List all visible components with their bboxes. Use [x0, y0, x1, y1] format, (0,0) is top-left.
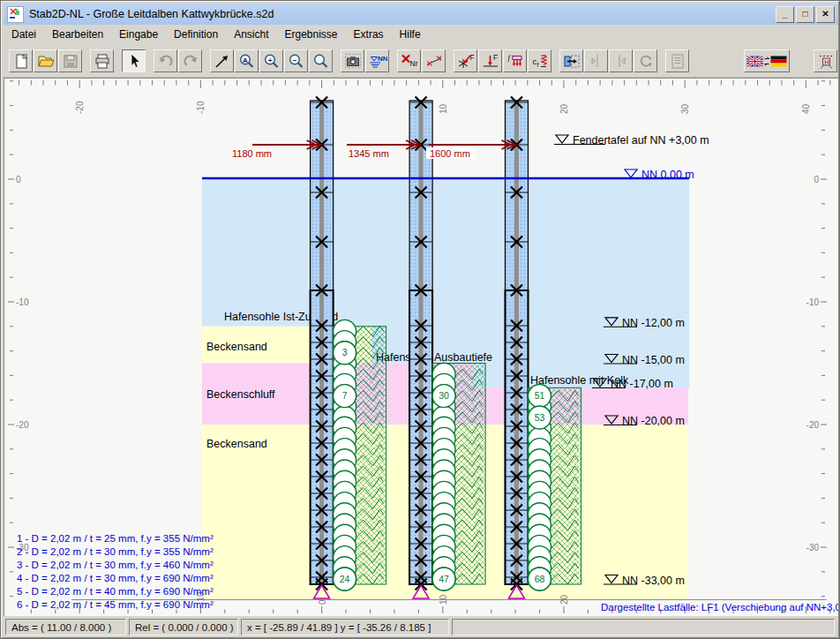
menu-datei[interactable]: Datei: [4, 26, 44, 42]
window-controls: _ □ ✕: [776, 6, 835, 23]
legend-line: 6 - D = 2,02 m / t = 45 mm, f.y = 690 N/…: [17, 599, 214, 610]
zoom-in-icon: +: [262, 52, 281, 70]
zoom-window-icon: [311, 52, 331, 70]
level-text: NN -15,00 m: [622, 354, 685, 366]
svg-text:-10: -10: [196, 101, 206, 114]
properties-icon: [668, 52, 687, 70]
level-text: NN -12,00 m: [622, 317, 685, 329]
undo-button: [154, 49, 177, 72]
language-button[interactable]: [744, 49, 790, 72]
section-legend: 1 - D = 2,02 m / t = 25 mm, f.y = 355 N/…: [17, 533, 214, 610]
snapshot-icon: [343, 52, 363, 70]
select-icon: [124, 52, 144, 70]
zoom-in-button[interactable]: +: [259, 49, 283, 72]
redo-icon: [181, 52, 200, 70]
hinge-left-button: [584, 49, 608, 72]
hinge-left-icon: [587, 52, 606, 70]
minimize-button[interactable]: _: [776, 6, 794, 23]
spring-number: 68: [535, 574, 545, 584]
toolbar-separator: [334, 50, 341, 71]
menubar: DateiBearbeitenEingabeDefinitionAnsichtE…: [4, 25, 838, 45]
app-icon: [7, 6, 24, 23]
node-load-icon: F: [456, 52, 476, 70]
node-load-button[interactable]: F: [454, 49, 477, 72]
draw-line-button[interactable]: [210, 49, 234, 72]
water-level-icon: NN: [368, 52, 387, 70]
menu-ergebnisse[interactable]: Ergebnisse: [277, 26, 346, 42]
legend-line: 2 - D = 2,02 m / t = 30 mm, f.y = 355 N/…: [17, 546, 214, 557]
loadcase-note: Dargestellte Lastfälle: LF1 (Verschiebun…: [601, 602, 838, 613]
menu-ansicht[interactable]: Ansicht: [226, 26, 276, 42]
menu-definition[interactable]: Definition: [166, 26, 226, 42]
soil-label-beckensand-oben: Beckensand: [206, 341, 267, 353]
spring-number: 47: [439, 574, 449, 584]
spring-stack-3: 515368: [528, 385, 581, 590]
toolbar-separator: [390, 50, 397, 71]
drawing-canvas[interactable]: -20-10010203040-10010200-10-20-300-10-20…: [4, 78, 838, 616]
legend-line: 4 - D = 2,02 m / t = 30 mm, f.y = 690 N/…: [17, 573, 214, 583]
status-range: x = [ -25.89 / 41.89 ] y = [ -35.26 / 8.…: [241, 619, 449, 635]
window-title: Stab2D-NL - Große Leitdalben Kattwykbrüc…: [29, 8, 776, 20]
svg-text:NN: NN: [378, 54, 387, 62]
spring-number: 7: [342, 390, 348, 401]
redo-button: [178, 49, 202, 72]
open-button[interactable]: [34, 49, 57, 72]
svg-text:20: 20: [559, 103, 569, 114]
delete-element-button[interactable]: [422, 49, 446, 72]
support-displacement-button[interactable]: [559, 49, 583, 72]
status-abs: Abs = ( 11.00 / 8.000 ): [5, 619, 126, 635]
dimension-1: 1180 mm: [232, 140, 321, 159]
zoom-all-button[interactable]: A: [235, 49, 259, 72]
undo-icon: [156, 52, 176, 70]
delete-number-button[interactable]: Nr: [397, 49, 421, 72]
app-window: Stab2D-NL - Große Leitdalben Kattwykbrüc…: [0, 0, 840, 639]
zoom-window-button[interactable]: [309, 49, 333, 72]
menu-bearbeiten[interactable]: Bearbeiten: [44, 26, 111, 42]
new-button[interactable]: [9, 49, 33, 72]
svg-text:-20: -20: [806, 420, 820, 430]
distributed-load-button[interactable]: f: [503, 49, 527, 72]
toolbar-separator: [446, 50, 454, 71]
svg-text:-30: -30: [806, 543, 820, 553]
support-displacement-icon: [562, 52, 581, 70]
displacement-dimensions: 1180 mm1345 mm1600 mm: [232, 140, 515, 159]
toolbar-separator: [115, 50, 122, 71]
hinge-right-icon: [611, 52, 631, 70]
close-button[interactable]: ✕: [816, 6, 835, 23]
svg-text:-10: -10: [806, 297, 820, 307]
zoom-out-button[interactable]: −: [284, 49, 308, 72]
column-settings-icon: H: [816, 52, 836, 70]
svg-text:+: +: [267, 56, 272, 64]
print-button[interactable]: [90, 49, 114, 72]
rotate-view-icon: [636, 52, 656, 70]
water-region: [202, 179, 689, 327]
dimension-text: 1180 mm: [232, 148, 272, 159]
maximize-button[interactable]: □: [796, 6, 814, 23]
select-button[interactable]: [122, 49, 146, 72]
svg-text:-10: -10: [16, 297, 29, 307]
column-settings-button[interactable]: H: [814, 49, 837, 72]
toolbar-separator: [658, 50, 665, 71]
menu-extras[interactable]: Extras: [346, 26, 392, 42]
svg-text:20: 20: [559, 594, 569, 605]
spring-constant-button[interactable]: cf: [528, 49, 551, 72]
toolbar-separator: [203, 50, 210, 71]
svg-text:0: 0: [814, 175, 819, 184]
soil-label-beckenschluff: Beckenschluff: [206, 388, 275, 401]
open-icon: [36, 52, 56, 70]
member-load-button[interactable]: F: [478, 49, 502, 72]
svg-text:10: 10: [439, 594, 448, 605]
water-level-button[interactable]: NN: [365, 49, 389, 72]
level-symbol: [625, 169, 637, 177]
spring-constant-icon: cf: [530, 52, 550, 70]
menu-eingabe[interactable]: Eingabe: [111, 26, 166, 42]
snapshot-button[interactable]: [341, 49, 364, 72]
svg-text:30: 30: [680, 103, 690, 114]
svg-text:f: f: [536, 61, 538, 67]
level-nn0: NN 0,00 m: [623, 169, 694, 181]
spring-number: 30: [439, 390, 449, 401]
dimension-text: 1345 mm: [349, 148, 389, 159]
menu-hilfe[interactable]: Hilfe: [392, 26, 429, 42]
level-text: NN -33,00 m: [622, 575, 685, 587]
zoom-out-icon: −: [287, 52, 306, 70]
